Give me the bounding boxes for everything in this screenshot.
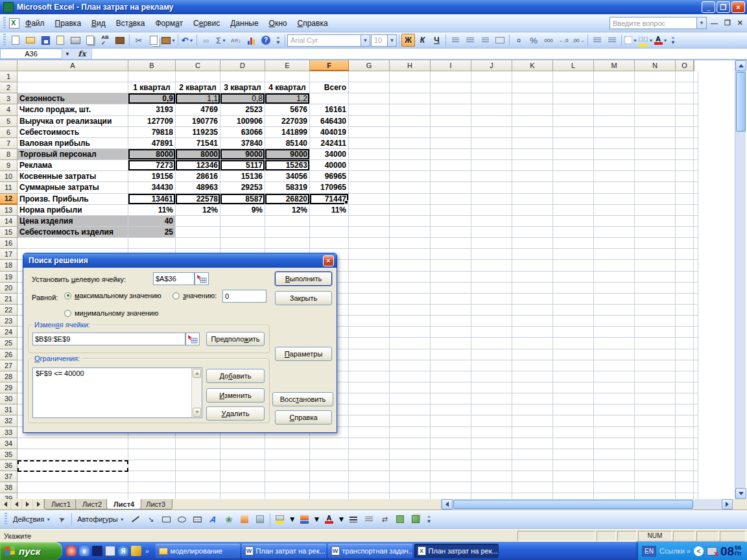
cell-I25[interactable] (431, 338, 471, 349)
cell-partial-15[interactable] (694, 227, 698, 238)
cell-G32[interactable] (349, 415, 390, 426)
listbox-scrollbar[interactable] (191, 368, 202, 417)
undo-icon[interactable]: ↶▼ (180, 34, 195, 47)
cell-partial-27[interactable] (694, 360, 698, 371)
close-icon[interactable]: × (731, 1, 745, 13)
cell-D15[interactable] (220, 227, 265, 238)
cell-C14[interactable] (176, 216, 220, 227)
cell-J13[interactable] (471, 205, 512, 216)
cell-M38[interactable] (594, 482, 635, 493)
cell-B10[interactable]: 19156 (128, 171, 176, 182)
row-header-14[interactable]: 14 (0, 216, 18, 227)
cell-I23[interactable] (431, 316, 471, 327)
cell-G3[interactable] (349, 93, 390, 104)
cell-M31[interactable] (594, 404, 635, 415)
cell-E4[interactable]: 5676 (265, 104, 310, 115)
column-header-O[interactable]: O (676, 60, 694, 71)
cell-B4[interactable]: 3193 (128, 104, 176, 115)
cell-G34[interactable] (349, 438, 390, 449)
cell-I22[interactable] (431, 305, 471, 316)
cell-H3[interactable] (390, 93, 431, 104)
spelling-icon[interactable]: AB✓ (98, 34, 112, 47)
cell-J12[interactable] (471, 194, 512, 205)
row-header-38[interactable]: 38 (0, 482, 18, 493)
cell-M16[interactable] (594, 238, 635, 249)
cell-A2[interactable] (18, 82, 128, 93)
cell-J15[interactable] (471, 227, 512, 238)
cell-H32[interactable] (390, 415, 431, 426)
cell-J5[interactable] (471, 116, 512, 127)
cell-L28[interactable] (553, 371, 594, 382)
cell-G4[interactable] (349, 104, 390, 115)
row-header-29[interactable]: 29 (0, 382, 18, 393)
cell-M3[interactable] (594, 93, 635, 104)
menu-window[interactable]: Окно (265, 17, 292, 30)
cell-N10[interactable] (635, 171, 676, 182)
cell-F5[interactable]: 646430 (310, 116, 349, 127)
cell-M14[interactable] (594, 216, 635, 227)
task-word-plan[interactable]: WПлан затрат на рек... (242, 544, 326, 558)
cell-I38[interactable] (431, 482, 471, 493)
cell-I19[interactable] (431, 272, 471, 283)
guess-button[interactable]: Предположить (206, 332, 265, 346)
cell-L4[interactable] (553, 104, 594, 115)
cell-L21[interactable] (553, 294, 594, 305)
cell-F15[interactable] (310, 227, 349, 238)
menu-format[interactable]: Формат (150, 17, 187, 30)
row-header-23[interactable]: 23 (0, 316, 18, 327)
dialog-close-icon[interactable]: × (323, 255, 334, 266)
cell-J2[interactable] (471, 82, 512, 93)
row-header-27[interactable]: 27 (0, 360, 18, 371)
cell-M10[interactable] (594, 171, 635, 182)
cell-K27[interactable] (512, 360, 553, 371)
cell-J33[interactable] (471, 427, 512, 438)
cell-K18[interactable] (512, 260, 553, 271)
cell-I4[interactable] (431, 104, 471, 115)
cell-B36[interactable] (128, 460, 176, 471)
cell-partial-21[interactable] (694, 294, 698, 305)
cell-F3[interactable] (310, 93, 349, 104)
cell-H12[interactable] (390, 194, 431, 205)
cell-B39[interactable] (128, 493, 176, 499)
cell-B3[interactable]: 0,9 (128, 93, 176, 104)
cell-B7[interactable]: 47891 (128, 138, 176, 149)
cell-partial-3[interactable] (694, 93, 698, 104)
cell-J24[interactable] (471, 327, 512, 338)
cell-H17[interactable] (390, 249, 431, 260)
cell-O10[interactable] (676, 171, 694, 182)
cell-I9[interactable] (431, 160, 471, 171)
cell-M36[interactable] (594, 460, 635, 471)
cell-F14[interactable] (310, 216, 349, 227)
cell-H21[interactable] (390, 294, 431, 305)
cell-B2[interactable]: 1 квартал (128, 82, 176, 93)
cell-C5[interactable]: 190776 (176, 116, 220, 127)
cell-K4[interactable] (512, 104, 553, 115)
cell-H38[interactable] (390, 482, 431, 493)
cell-L18[interactable] (553, 260, 594, 271)
cell-H26[interactable] (390, 349, 431, 360)
cell-D8[interactable]: 9000 (220, 149, 265, 160)
cell-C1[interactable] (176, 71, 220, 82)
column-header-G[interactable]: G (349, 60, 390, 71)
cell-C34[interactable] (176, 438, 220, 449)
cell-M18[interactable] (594, 260, 635, 271)
cell-E16[interactable] (265, 238, 310, 249)
line-color-icon[interactable] (298, 513, 312, 526)
options-button[interactable]: Параметры (275, 347, 332, 361)
cell-J3[interactable] (471, 93, 512, 104)
cell-L16[interactable] (553, 238, 594, 249)
row-header-15[interactable]: 15 (0, 227, 18, 238)
row-header-4[interactable]: 4 (0, 104, 18, 115)
cell-partial-32[interactable] (694, 415, 698, 426)
cell-H6[interactable] (390, 127, 431, 138)
cell-L14[interactable] (553, 216, 594, 227)
scroll-up-icon[interactable] (735, 60, 746, 71)
cell-O32[interactable] (676, 415, 694, 426)
line-icon[interactable] (128, 513, 143, 526)
cell-L1[interactable] (553, 71, 594, 82)
sort-ascending-icon[interactable]: АЯ↓ (229, 34, 243, 47)
cell-D38[interactable] (220, 482, 265, 493)
cell-F37[interactable] (310, 471, 349, 482)
toolbar-options-icon[interactable]: »▼ (669, 36, 678, 45)
cell-I7[interactable] (431, 138, 471, 149)
